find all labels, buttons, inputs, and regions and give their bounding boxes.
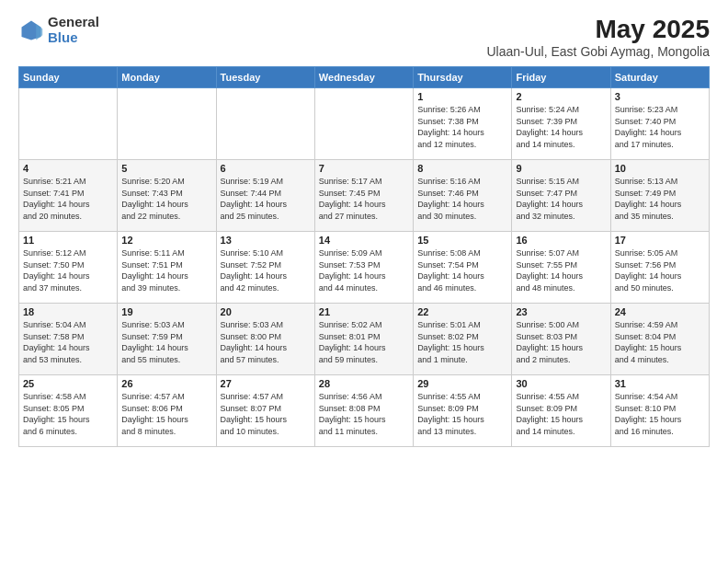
- day-number: 4: [23, 163, 113, 174]
- day-number: 14: [319, 235, 409, 246]
- day-number: 30: [516, 378, 606, 389]
- day-info: Sunrise: 4:58 AM Sunset: 8:05 PM Dayligh…: [23, 391, 113, 437]
- col-tuesday: Tuesday: [216, 67, 314, 88]
- day-info: Sunrise: 4:56 AM Sunset: 8:08 PM Dayligh…: [319, 391, 409, 437]
- day-info: Sunrise: 5:12 AM Sunset: 7:50 PM Dayligh…: [23, 247, 113, 293]
- table-row: 15Sunrise: 5:08 AM Sunset: 7:54 PM Dayli…: [414, 232, 512, 304]
- day-number: 1: [417, 91, 507, 102]
- table-row: 11Sunrise: 5:12 AM Sunset: 7:50 PM Dayli…: [19, 232, 118, 304]
- day-info: Sunrise: 4:54 AM Sunset: 8:10 PM Dayligh…: [615, 391, 705, 437]
- col-saturday: Saturday: [610, 67, 709, 88]
- table-row: 26Sunrise: 4:57 AM Sunset: 8:06 PM Dayli…: [118, 375, 216, 447]
- day-number: 28: [319, 378, 409, 389]
- day-number: 8: [417, 163, 507, 174]
- calendar-week-row: 11Sunrise: 5:12 AM Sunset: 7:50 PM Dayli…: [19, 232, 710, 304]
- day-number: 12: [121, 235, 211, 246]
- calendar-week-row: 1Sunrise: 5:26 AM Sunset: 7:38 PM Daylig…: [19, 88, 710, 160]
- main-title: May 2025: [486, 15, 710, 44]
- day-number: 19: [121, 306, 211, 317]
- day-info: Sunrise: 5:10 AM Sunset: 7:52 PM Dayligh…: [221, 247, 311, 293]
- day-info: Sunrise: 4:55 AM Sunset: 8:09 PM Dayligh…: [417, 391, 507, 437]
- day-number: 20: [221, 306, 311, 317]
- table-row: 13Sunrise: 5:10 AM Sunset: 7:52 PM Dayli…: [216, 232, 314, 304]
- table-row: 24Sunrise: 4:59 AM Sunset: 8:04 PM Dayli…: [610, 304, 709, 375]
- col-monday: Monday: [118, 67, 216, 88]
- table-row: 7Sunrise: 5:17 AM Sunset: 7:45 PM Daylig…: [314, 160, 413, 232]
- day-number: 13: [221, 235, 311, 246]
- table-row: 30Sunrise: 4:55 AM Sunset: 8:09 PM Dayli…: [512, 375, 610, 447]
- table-row: 27Sunrise: 4:57 AM Sunset: 8:07 PM Dayli…: [216, 375, 314, 447]
- day-info: Sunrise: 5:13 AM Sunset: 7:49 PM Dayligh…: [615, 176, 705, 222]
- day-info: Sunrise: 5:11 AM Sunset: 7:51 PM Dayligh…: [121, 247, 211, 293]
- day-info: Sunrise: 4:57 AM Sunset: 8:06 PM Dayligh…: [121, 391, 211, 437]
- subtitle: Ulaan-Uul, East Gobi Aymag, Mongolia: [486, 44, 710, 59]
- day-info: Sunrise: 5:04 AM Sunset: 7:58 PM Dayligh…: [23, 319, 113, 365]
- logo: General Blue: [18, 15, 99, 45]
- day-info: Sunrise: 4:57 AM Sunset: 8:07 PM Dayligh…: [221, 391, 311, 437]
- table-row: 8Sunrise: 5:16 AM Sunset: 7:46 PM Daylig…: [414, 160, 512, 232]
- table-row: 3Sunrise: 5:23 AM Sunset: 7:40 PM Daylig…: [610, 88, 709, 160]
- day-number: 10: [615, 163, 705, 174]
- table-row: 18Sunrise: 5:04 AM Sunset: 7:58 PM Dayli…: [19, 304, 118, 375]
- table-row: 22Sunrise: 5:01 AM Sunset: 8:02 PM Dayli…: [414, 304, 512, 375]
- day-info: Sunrise: 5:26 AM Sunset: 7:38 PM Dayligh…: [417, 104, 507, 150]
- title-block: May 2025 Ulaan-Uul, East Gobi Aymag, Mon…: [486, 15, 710, 59]
- day-info: Sunrise: 5:02 AM Sunset: 8:01 PM Dayligh…: [319, 319, 409, 365]
- table-row: 14Sunrise: 5:09 AM Sunset: 7:53 PM Dayli…: [314, 232, 413, 304]
- table-row: 20Sunrise: 5:03 AM Sunset: 8:00 PM Dayli…: [216, 304, 314, 375]
- table-row: 4Sunrise: 5:21 AM Sunset: 7:41 PM Daylig…: [19, 160, 118, 232]
- day-info: Sunrise: 5:24 AM Sunset: 7:39 PM Dayligh…: [516, 104, 606, 150]
- day-info: Sunrise: 5:20 AM Sunset: 7:43 PM Dayligh…: [121, 176, 211, 222]
- day-info: Sunrise: 5:23 AM Sunset: 7:40 PM Dayligh…: [615, 104, 705, 150]
- day-number: 21: [319, 306, 409, 317]
- col-wednesday: Wednesday: [314, 67, 413, 88]
- day-info: Sunrise: 5:05 AM Sunset: 7:56 PM Dayligh…: [615, 247, 705, 293]
- calendar-table: Sunday Monday Tuesday Wednesday Thursday…: [18, 66, 710, 447]
- day-number: 25: [23, 378, 113, 389]
- day-info: Sunrise: 4:55 AM Sunset: 8:09 PM Dayligh…: [516, 391, 606, 437]
- day-number: 29: [417, 378, 507, 389]
- day-info: Sunrise: 5:17 AM Sunset: 7:45 PM Dayligh…: [319, 176, 409, 222]
- calendar-week-row: 18Sunrise: 5:04 AM Sunset: 7:58 PM Dayli…: [19, 304, 710, 375]
- table-row: 12Sunrise: 5:11 AM Sunset: 7:51 PM Dayli…: [118, 232, 216, 304]
- day-info: Sunrise: 5:21 AM Sunset: 7:41 PM Dayligh…: [23, 176, 113, 222]
- day-number: 22: [417, 306, 507, 317]
- day-info: Sunrise: 5:00 AM Sunset: 8:03 PM Dayligh…: [516, 319, 606, 365]
- table-row: 25Sunrise: 4:58 AM Sunset: 8:05 PM Dayli…: [19, 375, 118, 447]
- table-row: 1Sunrise: 5:26 AM Sunset: 7:38 PM Daylig…: [414, 88, 512, 160]
- day-number: 18: [23, 306, 113, 317]
- header: General Blue May 2025 Ulaan-Uul, East Go…: [18, 15, 710, 59]
- day-number: 2: [516, 91, 606, 102]
- svg-marker-1: [36, 24, 42, 40]
- day-number: 26: [121, 378, 211, 389]
- table-row: [118, 88, 216, 160]
- table-row: 16Sunrise: 5:07 AM Sunset: 7:55 PM Dayli…: [512, 232, 610, 304]
- day-number: 23: [516, 306, 606, 317]
- day-info: Sunrise: 4:59 AM Sunset: 8:04 PM Dayligh…: [615, 319, 705, 365]
- day-number: 9: [516, 163, 606, 174]
- day-info: Sunrise: 5:07 AM Sunset: 7:55 PM Dayligh…: [516, 247, 606, 293]
- day-number: 6: [221, 163, 311, 174]
- col-sunday: Sunday: [19, 67, 118, 88]
- day-info: Sunrise: 5:03 AM Sunset: 7:59 PM Dayligh…: [121, 319, 211, 365]
- table-row: 17Sunrise: 5:05 AM Sunset: 7:56 PM Dayli…: [610, 232, 709, 304]
- day-number: 11: [23, 235, 113, 246]
- logo-icon: [18, 17, 44, 43]
- day-info: Sunrise: 5:08 AM Sunset: 7:54 PM Dayligh…: [417, 247, 507, 293]
- table-row: 2Sunrise: 5:24 AM Sunset: 7:39 PM Daylig…: [512, 88, 610, 160]
- table-row: 23Sunrise: 5:00 AM Sunset: 8:03 PM Dayli…: [512, 304, 610, 375]
- table-row: 9Sunrise: 5:15 AM Sunset: 7:47 PM Daylig…: [512, 160, 610, 232]
- table-row: [216, 88, 314, 160]
- day-number: 5: [121, 163, 211, 174]
- col-friday: Friday: [512, 67, 610, 88]
- day-number: 7: [319, 163, 409, 174]
- day-info: Sunrise: 5:19 AM Sunset: 7:44 PM Dayligh…: [221, 176, 311, 222]
- table-row: 31Sunrise: 4:54 AM Sunset: 8:10 PM Dayli…: [610, 375, 709, 447]
- day-number: 27: [221, 378, 311, 389]
- table-row: [314, 88, 413, 160]
- col-thursday: Thursday: [414, 67, 512, 88]
- calendar-week-row: 25Sunrise: 4:58 AM Sunset: 8:05 PM Dayli…: [19, 375, 710, 447]
- table-row: 29Sunrise: 4:55 AM Sunset: 8:09 PM Dayli…: [414, 375, 512, 447]
- day-info: Sunrise: 5:09 AM Sunset: 7:53 PM Dayligh…: [319, 247, 409, 293]
- calendar-week-row: 4Sunrise: 5:21 AM Sunset: 7:41 PM Daylig…: [19, 160, 710, 232]
